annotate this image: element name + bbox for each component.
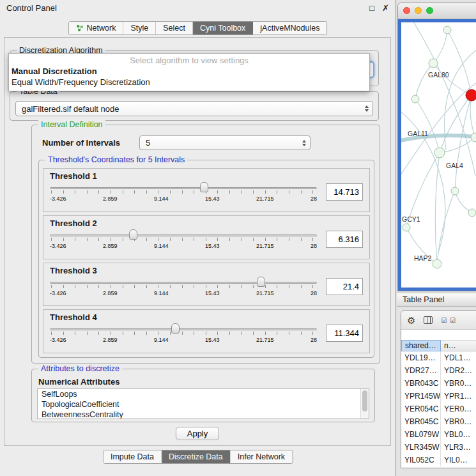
network-node[interactable] <box>434 148 445 158</box>
network-edge[interactable] <box>455 95 472 191</box>
table-row[interactable]: YBR045CYBR0… <box>401 415 476 428</box>
slider-thumb-icon[interactable] <box>200 182 208 192</box>
table-row[interactable]: YPR145WYPR1… <box>401 390 476 403</box>
table-cell[interactable]: YBR0… <box>441 377 476 390</box>
table-cell[interactable]: YDR2… <box>441 364 476 377</box>
table-cell[interactable]: YIL052C <box>401 454 441 466</box>
tab-select[interactable]: Select <box>156 22 193 35</box>
slider-thumb-icon[interactable] <box>129 229 137 240</box>
network-node[interactable] <box>451 187 459 195</box>
attribute-list[interactable]: SelfLoopsTopologicalCoefficientBetweenne… <box>37 388 369 419</box>
column-header-name[interactable]: n… <box>441 340 476 351</box>
table-cell[interactable]: YBR0… <box>441 415 476 428</box>
zoom-traffic-light-icon[interactable] <box>426 7 433 14</box>
close-traffic-light-icon[interactable] <box>403 7 410 14</box>
tab-style[interactable]: Style <box>123 22 156 35</box>
table-cell[interactable]: YDL19… <box>401 351 441 364</box>
scale-tick-label: 2.859 <box>103 337 118 343</box>
network-node[interactable] <box>443 26 451 34</box>
table-row[interactable]: YER054CYER0… <box>401 403 476 415</box>
threshold-slider[interactable] <box>50 277 317 288</box>
attribute-item[interactable]: SelfLoops <box>38 389 369 399</box>
threshold-slider[interactable] <box>50 323 317 335</box>
network-edge[interactable] <box>415 63 433 99</box>
network-node[interactable] <box>468 209 476 217</box>
scale-tick-label: 28 <box>311 243 317 249</box>
slider-ticks <box>51 332 316 335</box>
tab-infer-network[interactable]: Infer Network <box>231 450 292 463</box>
network-edge[interactable] <box>433 30 447 63</box>
columns-icon[interactable] <box>424 316 433 324</box>
float-window-icon[interactable]: □ <box>369 3 374 13</box>
network-node[interactable] <box>411 95 419 103</box>
scale-tick-label: -3.426 <box>50 337 66 343</box>
scale-tick-label: 21.715 <box>256 337 274 343</box>
scale-tick-label: 2.859 <box>103 196 118 202</box>
table-cell[interactable]: YLR3… <box>441 441 476 454</box>
select-columns-icon[interactable]: ☑ ☑ <box>441 317 456 324</box>
number-of-intervals-select[interactable]: 5 <box>139 135 311 150</box>
numerical-attributes-label: Numerical Attributes <box>38 377 119 387</box>
network-edge[interactable] <box>455 191 472 213</box>
threshold-value-input[interactable] <box>326 231 363 248</box>
scale-tick-label: -3.426 <box>50 243 66 249</box>
table-cell[interactable]: YBR045C <box>401 415 441 428</box>
tab-network[interactable]: Network <box>69 22 124 35</box>
minimize-traffic-light-icon[interactable] <box>415 7 422 14</box>
network-node[interactable] <box>429 59 438 68</box>
table-panel-header[interactable]: Table Panel <box>397 293 476 307</box>
threshold-value-input[interactable] <box>326 278 363 295</box>
threshold-value-input[interactable] <box>326 325 363 342</box>
tab-jactivemnodules[interactable]: jActiveMNodules <box>253 22 326 35</box>
table-cell[interactable]: YER054C <box>401 403 441 415</box>
network-node-label: GAL11 <box>408 130 428 137</box>
table-row[interactable]: YDR27…YDR2… <box>401 364 476 377</box>
scrollbar-thumb[interactable] <box>362 390 367 411</box>
table-cell[interactable]: YIL0… <box>441 454 476 466</box>
threshold-value-input[interactable] <box>326 183 363 201</box>
table-row[interactable]: YIL052CYIL0… <box>401 454 476 466</box>
table-row[interactable]: YLR345WYLR3… <box>401 441 476 454</box>
network-edge[interactable] <box>437 191 455 264</box>
tab-label: Network <box>87 24 116 33</box>
table-cell[interactable]: YBR043C <box>401 377 441 390</box>
list-scrollbar[interactable] <box>360 389 369 418</box>
right-region: GAL80GAL11GAL4GCY1HAP2 Table Panel ⚙ ☑ ☑… <box>397 0 476 476</box>
attribute-item[interactable]: BetweennessCentrality <box>38 410 369 419</box>
tab-discretize-data[interactable]: Discretize Data <box>162 450 231 463</box>
table-cell[interactable]: YPR1… <box>441 390 476 403</box>
tab-impute-data[interactable]: Impute Data <box>104 450 162 463</box>
threshold-slider[interactable] <box>50 182 317 194</box>
table-data-select[interactable]: galFiltered.sif default node <box>15 101 373 116</box>
table-body: YDL19…YDL1…YDR27…YDR2…YBR043CYBR0…YPR145… <box>401 351 476 466</box>
slider-thumb-icon[interactable] <box>257 277 265 287</box>
network-node[interactable] <box>403 224 410 231</box>
table-row[interactable]: YBL079WYBL0… <box>401 428 476 441</box>
table-row[interactable]: YBR043CYBR0… <box>401 377 476 390</box>
table-cell[interactable]: YDR27… <box>401 364 441 377</box>
apply-button[interactable]: Apply <box>176 427 219 440</box>
table-cell[interactable]: YDL1… <box>441 351 476 364</box>
network-edge[interactable] <box>470 95 475 137</box>
table-cell[interactable]: YPR145W <box>401 390 441 403</box>
selected-node[interactable] <box>466 89 476 101</box>
column-header-shared-name[interactable]: shared… <box>401 340 441 351</box>
network-canvas[interactable]: GAL80GAL11GAL4GCY1HAP2 <box>398 19 476 291</box>
algorithm-option[interactable]: Equal Width/Frequency Discretization <box>9 77 369 88</box>
table-cell[interactable]: YBL079W <box>401 428 441 441</box>
table-row[interactable]: YDL19…YDL1… <box>401 351 476 364</box>
table-cell[interactable]: YER0… <box>441 403 476 415</box>
slider-thumb-icon[interactable] <box>171 323 180 334</box>
attribute-item[interactable]: TopologicalCoefficient <box>38 399 369 410</box>
threshold-slider[interactable] <box>50 229 317 241</box>
table-cell[interactable]: YBL0… <box>441 428 476 441</box>
close-icon[interactable]: ✗ <box>382 3 389 13</box>
network-node[interactable] <box>433 259 441 268</box>
gear-icon[interactable]: ⚙ <box>407 316 415 325</box>
tab-cyni-toolbox[interactable]: Cyni Toolbox <box>193 22 253 35</box>
attribute-list-items: SelfLoopsTopologicalCoefficientBetweenne… <box>38 389 369 419</box>
algorithm-option[interactable]: Manual Discretization <box>9 66 369 77</box>
network-icon <box>76 24 84 32</box>
network-edge[interactable] <box>433 63 472 95</box>
table-cell[interactable]: YLR345W <box>401 441 441 454</box>
